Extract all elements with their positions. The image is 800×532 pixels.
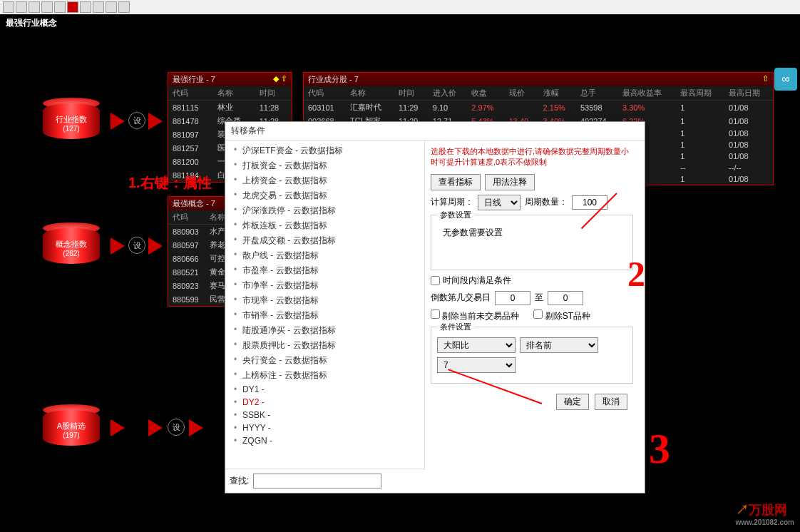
tree-item[interactable]: 陆股通净买 - 云数据指标 xyxy=(228,323,421,338)
connector[interactable]: 设 xyxy=(168,419,185,436)
period-select[interactable]: 日线 xyxy=(478,195,520,210)
watermark: ↗万股网 www.201082.com xyxy=(736,501,794,526)
period-label: 计算周期： xyxy=(431,196,473,208)
search-input[interactable] xyxy=(253,474,381,488)
del-st-checkbox[interactable] xyxy=(533,310,543,319)
tb-btn[interactable] xyxy=(41,1,53,13)
back-to-label: 至 xyxy=(535,292,543,304)
tb-btn[interactable] xyxy=(106,1,117,13)
tb-btn[interactable] xyxy=(118,1,130,13)
view-indicator-button[interactable]: 查看指标 xyxy=(431,174,481,190)
dialog-title: 转移条件 xyxy=(225,122,645,140)
tree-item[interactable]: 龙虎交易 - 云数据指标 xyxy=(228,188,421,203)
breadcrumb: 最强行业概念 xyxy=(0,14,800,32)
tree-item[interactable]: DY1 - xyxy=(228,383,421,396)
node-count: (197) xyxy=(43,431,100,439)
connector[interactable]: 设 xyxy=(128,237,145,254)
cond1-select[interactable]: 大阳比 xyxy=(437,337,516,353)
time-range-checkbox[interactable] xyxy=(431,276,440,285)
concept-table: 代码名称 880903水产880597养老880666可控880521黄金880… xyxy=(168,210,231,306)
cancel-button[interactable]: 取消 xyxy=(595,394,627,410)
tree-item[interactable]: 炸板连板 - 云数据指标 xyxy=(228,218,421,233)
tree-item[interactable]: HYYY - xyxy=(228,421,421,434)
tree-item[interactable]: 散户线 - 云数据指标 xyxy=(228,248,421,263)
col-header[interactable]: 最高日期 xyxy=(724,86,773,101)
col-header[interactable]: 代码 xyxy=(304,86,346,101)
del-notrade-checkbox[interactable] xyxy=(431,310,440,319)
cond-title: 条件设置 xyxy=(437,322,474,332)
tb-btn[interactable] xyxy=(3,1,14,13)
indicator-tree[interactable]: 沪深ETF资金 - 云数据指标打板资金 - 云数据指标上榜资金 - 云数据指标龙… xyxy=(225,140,425,469)
tree-item[interactable]: 央行资金 - 云数据指标 xyxy=(228,353,421,368)
tb-btn[interactable] xyxy=(29,1,40,13)
node-label: 行业指数 xyxy=(43,114,100,125)
node-astock[interactable]: A股精选 (197) xyxy=(43,410,100,453)
no-params-text: 无参数需要设置 xyxy=(437,221,627,264)
col-header[interactable]: 名称 xyxy=(213,86,255,101)
node-count: (262) xyxy=(43,250,100,257)
back-from-input[interactable] xyxy=(495,291,530,305)
table-row[interactable]: 880666可控 xyxy=(168,252,231,265)
tree-item[interactable]: 市盈率 - 云数据指标 xyxy=(228,263,421,278)
col-header[interactable]: 最高收益率 xyxy=(618,86,676,101)
canvas: 行业指数 (127) 概念指数 (262) A股精选 (197) 设 设 设 最… xyxy=(0,32,800,531)
col-header[interactable]: 代码 xyxy=(168,86,213,101)
tb-btn[interactable] xyxy=(80,1,91,13)
col-header[interactable]: 总手 xyxy=(576,86,618,101)
table-row[interactable]: 880903水产 xyxy=(168,225,231,239)
node-label: A股精选 xyxy=(43,421,100,431)
col-header[interactable]: 最高周期 xyxy=(676,86,724,101)
col-header[interactable]: 代码 xyxy=(168,210,205,225)
panel-title: 最强行业 - 7 xyxy=(173,74,215,85)
col-header[interactable]: 时间 xyxy=(394,86,429,101)
tree-item[interactable]: 打板资金 - 云数据指标 xyxy=(228,158,421,173)
cond2-select[interactable]: 排名前 xyxy=(520,337,598,353)
warning-text: 选股在下载的本地数据中进行,请确保数据完整周期数量小时可提升计算速度,0表示不做… xyxy=(431,146,633,168)
col-header[interactable]: 进入价 xyxy=(429,86,468,101)
tree-item[interactable]: SSBK - xyxy=(228,409,421,421)
float-share-button[interactable]: ∞ xyxy=(774,68,797,91)
count-label: 周期数量： xyxy=(525,196,568,208)
table-row[interactable]: 880599民营 xyxy=(168,292,231,306)
pin-icon[interactable]: ⇧ xyxy=(762,74,769,85)
tree-item[interactable]: 市净率 - 云数据指标 xyxy=(228,278,421,293)
table-row[interactable]: 880597养老 xyxy=(168,238,231,252)
panel-concept: 最强概念 - 7 代码名称 880903水产880597养老880666可控88… xyxy=(168,196,232,307)
node-industry[interactable]: 行业指数 (127) xyxy=(43,103,100,146)
ok-button[interactable]: 确定 xyxy=(556,394,589,410)
pin-icon[interactable]: ◆ ⇧ xyxy=(273,74,287,85)
tree-item[interactable]: 股票质押比 - 云数据指标 xyxy=(228,338,421,353)
col-header[interactable]: 时间 xyxy=(255,86,292,101)
tree-item[interactable]: 市销率 - 云数据指标 xyxy=(228,308,421,323)
tree-item[interactable]: ZQGN - xyxy=(228,434,421,447)
tree-item[interactable]: 上榜资金 - 云数据指标 xyxy=(228,173,421,188)
tree-item[interactable]: DY2 - xyxy=(228,396,421,409)
tree-item[interactable]: 开盘成交额 - 云数据指标 xyxy=(228,233,421,248)
tb-btn-active[interactable] xyxy=(67,1,78,13)
col-header[interactable]: 现价 xyxy=(505,86,539,101)
toolbar xyxy=(0,0,800,14)
col-header[interactable]: 收盘 xyxy=(467,86,504,101)
col-header[interactable]: 名称 xyxy=(346,86,394,101)
node-concept[interactable]: 概念指数 (262) xyxy=(43,228,100,271)
tree-item[interactable]: 沪深涨跌停 - 云数据指标 xyxy=(228,203,421,218)
back-label: 倒数第几交易日 xyxy=(431,292,491,304)
tb-btn[interactable] xyxy=(54,1,66,13)
usage-button[interactable]: 用法注释 xyxy=(485,174,535,190)
panel-title: 行业成分股 - 7 xyxy=(308,74,359,85)
table-row[interactable]: 603101汇嘉时代11:299.102.97%2.15%535983.30%1… xyxy=(304,101,773,115)
back-to-input[interactable] xyxy=(548,291,583,305)
col-header[interactable]: 涨幅 xyxy=(539,86,576,101)
tree-item[interactable]: 上榜标注 - 云数据指标 xyxy=(228,368,421,383)
annotation-3: 3 xyxy=(649,424,670,474)
tree-item[interactable]: 沪深ETF资金 - 云数据指标 xyxy=(228,143,421,158)
share-icon: ∞ xyxy=(781,73,789,86)
tb-btn[interactable] xyxy=(16,1,27,13)
connector[interactable]: 设 xyxy=(128,112,145,129)
tree-item[interactable]: 市现率 - 云数据指标 xyxy=(228,293,421,308)
tb-btn[interactable] xyxy=(93,1,104,13)
table-row[interactable]: 881115林业11:28 xyxy=(168,101,292,115)
dialog-transfer-condition: 转移条件 沪深ETF资金 - 云数据指标打板资金 - 云数据指标上榜资金 - 云… xyxy=(225,121,645,493)
table-row[interactable]: 880923赛马 xyxy=(168,279,231,292)
table-row[interactable]: 880521黄金 xyxy=(168,265,231,279)
